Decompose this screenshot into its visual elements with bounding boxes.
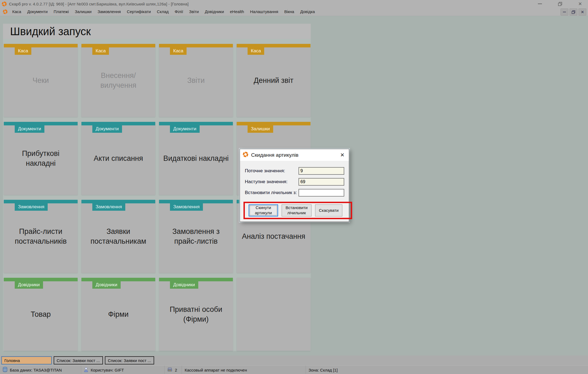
menu-item-6[interactable]: Сертифікати (124, 8, 154, 16)
tile-label: Замовлення з прайс-листів (159, 227, 233, 246)
tile-category-badge: Документи (170, 125, 200, 133)
quick-launch-tile[interactable]: ЗамовленняЗамовлення з прайс-листів (159, 200, 233, 273)
dialog-button-3[interactable]: Скасувати (315, 204, 342, 216)
tile-category-bar (81, 122, 155, 125)
dialog-field-label: Наступне значення: (245, 179, 288, 185)
mdi-child-icon (3, 9, 8, 14)
status-database: База даних: TASA3@TITAN (0, 366, 81, 374)
menu-item-4[interactable]: Залишки (72, 8, 95, 16)
minimize-icon[interactable] (537, 1, 543, 7)
menu-item-1[interactable]: Каса (9, 8, 24, 16)
quick-launch-tile[interactable]: ЗамовленняЗаявки постачальникам (81, 200, 155, 273)
mdi-restore-icon[interactable] (569, 8, 577, 16)
quick-launch-tile[interactable]: КасаВнесення/вилучення (81, 44, 155, 117)
quick-launch-tile[interactable]: ДокументиПрибуткові накладні (4, 122, 78, 195)
tile-category-bar (4, 200, 78, 203)
tile-label: Прибуткові накладні (4, 149, 78, 168)
dialog-button-1[interactable]: Скинути артикули (249, 204, 278, 216)
menu-item-11[interactable]: eHealth (227, 8, 247, 16)
window-controls: ✕ (537, 0, 583, 8)
menu-items: КасаДокументиПлатежіЗалишкиЗамовленняСер… (9, 8, 318, 16)
quick-launch-tile[interactable]: КасаДенний звіт (237, 44, 310, 117)
mdi-minimize-icon[interactable] (560, 8, 568, 16)
menu-item-5[interactable]: Замовлення (95, 8, 124, 16)
tile-category-bar (159, 200, 233, 203)
tile-category-bar (159, 278, 233, 281)
highlight-rectangle: Скинути артикулиВстановити лічильникСкас… (243, 202, 352, 219)
menu-item-2[interactable]: Документи (24, 8, 51, 16)
dialog-field-row: Встановити лічильник з: (245, 189, 344, 197)
quick-launch-tile[interactable]: ДовідникиТовар (4, 278, 78, 351)
tile-label: Видаткові накладні (159, 153, 232, 163)
tile-category-bar (4, 278, 78, 281)
tile-category-bar (237, 44, 310, 47)
status-devices: 2 (164, 366, 182, 374)
quick-launch-tile[interactable]: КасаЗвіти (159, 44, 233, 117)
menu-bar: КасаДокументиПлатежіЗалишкиЗамовленняСер… (0, 8, 588, 16)
dialog-title-bar: Скидання артикулів ✕ (240, 149, 349, 161)
taskbar-tab-home[interactable]: Головна (1, 356, 52, 364)
tile-category-badge: Документи (92, 125, 122, 133)
menu-item-8[interactable]: Філії (172, 8, 186, 16)
tile-category-badge: Довідники (92, 281, 121, 289)
dialog-body: Поточне значення:Наступне значення:Встан… (240, 161, 349, 221)
menu-item-7[interactable]: Склад (154, 8, 172, 16)
quick-launch-tile[interactable]: КасаЧеки (4, 44, 78, 117)
dialog-field-row: Наступне значення: (245, 178, 344, 186)
quick-launch-header: Швидкий запуск (3, 24, 311, 39)
close-icon[interactable]: ✕ (577, 1, 583, 7)
tile-category-badge: Каса (170, 47, 187, 55)
dialog-button-2[interactable]: Встановити лічильник (282, 204, 312, 216)
menu-item-9[interactable]: Звіти (186, 8, 202, 16)
status-database-text: База даних: TASA3@TITAN (10, 368, 62, 372)
status-zone-text: Зона: Склад [1] (309, 368, 338, 372)
tile-label: Чеки (29, 76, 53, 85)
dialog-app-logo-icon (243, 152, 248, 158)
tile-category-bar (81, 278, 155, 281)
dialog-field-input[interactable] (298, 178, 344, 186)
mdi-window-controls: ✕ (560, 8, 586, 16)
quick-launch-tile[interactable]: ДовідникиПриватні особи (Фірми) (159, 278, 233, 351)
quick-launch-tile[interactable]: ДокументиАкти списання (81, 122, 155, 195)
dialog-title: Скидання артикулів (251, 152, 338, 158)
tile-category-badge: Довідники (15, 281, 43, 289)
tile-category-bar (159, 122, 233, 125)
app-logo-icon (2, 1, 7, 7)
page-title: Швидкий запуск (3, 24, 311, 39)
dialog-close-icon[interactable]: ✕ (338, 151, 347, 159)
quick-launch-tile[interactable]: ДокументиВидаткові накладні (159, 122, 233, 195)
menu-item-14[interactable]: Довідка (297, 8, 318, 16)
tile-label: Товар (27, 309, 54, 319)
taskbar-tab-strip: ГоловнаСписок: Заявки пост ...Список: За… (0, 355, 588, 365)
menu-item-13[interactable]: Вікна (281, 8, 297, 16)
tile-label: Акти списання (90, 153, 147, 163)
dialog-field-label: Встановити лічильник з: (245, 190, 297, 195)
quick-launch-tile[interactable]: ДовідникиФірми (81, 278, 155, 351)
taskbar-tab-2[interactable]: Список: Заявки пост ... (54, 356, 103, 364)
tile-label: Прайс-листи постачальників (4, 227, 78, 246)
tile-category-bar (81, 200, 155, 203)
dialog-field-input[interactable] (298, 189, 344, 197)
menu-item-10[interactable]: Довідники (202, 8, 227, 16)
tile-category-bar (81, 44, 155, 47)
mdi-close-icon[interactable]: ✕ (578, 8, 586, 16)
tile-label: Звіти (183, 76, 208, 85)
restore-icon[interactable] (557, 1, 563, 7)
menu-item-12[interactable]: Налаштування (247, 8, 281, 16)
tile-category-badge: Документи (15, 125, 44, 133)
quick-launch-tile[interactable] (237, 278, 310, 351)
status-user: Користувач: GIFT (81, 366, 164, 374)
status-zone: Зона: Склад [1] (306, 366, 588, 374)
tile-label: Фірми (104, 309, 132, 319)
tile-category-badge: Каса (15, 47, 31, 55)
quick-launch-tile[interactable]: ЗамовленняПрайс-листи постачальників (4, 200, 78, 273)
dialog-field-input[interactable] (298, 167, 344, 175)
tile-category-badge: Замовлення (170, 203, 203, 211)
status-cash-register: Кассовый аппарат не подключен (182, 366, 306, 374)
tile-category-badge: Замовлення (15, 203, 48, 211)
tile-category-badge: Довідники (170, 281, 198, 289)
taskbar-tab-3[interactable]: Список: Заявки пост ... (105, 356, 154, 364)
tile-label: Внесення/вилучення (81, 71, 155, 91)
menu-item-3[interactable]: Платежі (51, 8, 72, 16)
status-device-count: 2 (175, 368, 177, 372)
